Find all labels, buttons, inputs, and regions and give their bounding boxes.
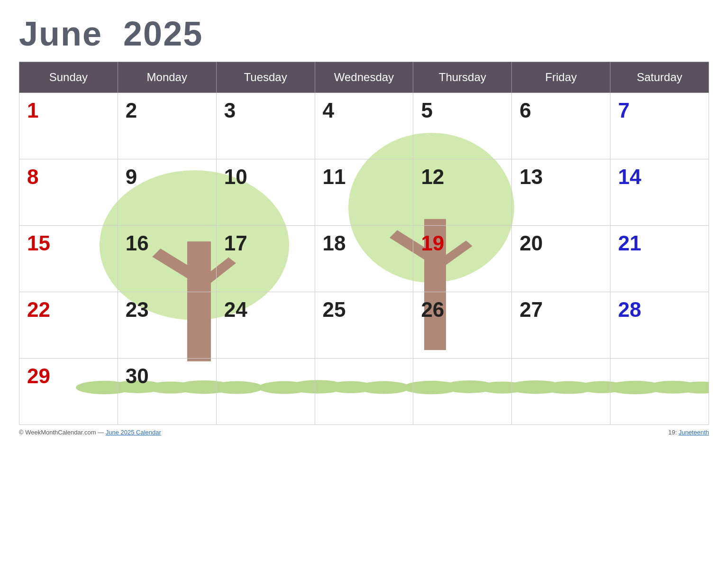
footer-left-link[interactable]: June 2025 Calendar [106, 429, 161, 436]
day-number: 13 [519, 165, 543, 188]
calendar-cell [413, 359, 512, 425]
calendar-cell: 3 [216, 93, 315, 159]
calendar-cell: 24 [216, 292, 315, 359]
day-number: 8 [27, 165, 38, 188]
calendar-cell [512, 359, 610, 425]
footer-left: © WeekMonthCalendar.com — June 2025 Cale… [19, 429, 161, 436]
calendar-cell: 4 [315, 93, 413, 159]
day-number: 23 [126, 298, 149, 321]
day-number: 26 [421, 298, 444, 321]
header-saturday: Saturday [610, 62, 709, 93]
footer: © WeekMonthCalendar.com — June 2025 Cale… [19, 429, 709, 436]
calendar-cell: 8 [19, 159, 118, 226]
calendar-wrapper: Sunday Monday Tuesday Wednesday Thursday… [19, 62, 709, 425]
calendar-week-5: 2930 [19, 359, 709, 425]
calendar-week-1: 1234567 [19, 93, 709, 159]
day-number: 16 [126, 231, 149, 255]
calendar-cell: 1 [19, 93, 118, 159]
header-friday: Friday [512, 62, 610, 93]
calendar-cell: 7 [610, 93, 709, 159]
day-number: 9 [126, 165, 137, 188]
day-number: 29 [27, 364, 50, 388]
day-number: 25 [323, 298, 346, 321]
calendar-cell [216, 359, 315, 425]
day-number: 27 [519, 298, 543, 321]
day-number: 15 [27, 231, 50, 255]
calendar-cell: 22 [19, 292, 118, 359]
year-label: 2025 [123, 15, 203, 53]
day-number: 18 [323, 231, 346, 255]
day-number: 28 [618, 298, 641, 321]
calendar-cell: 29 [19, 359, 118, 425]
footer-right-text: 19: [668, 429, 679, 436]
header-thursday: Thursday [413, 62, 512, 93]
day-number: 30 [126, 364, 149, 388]
day-number: 7 [618, 99, 629, 122]
day-number: 19 [421, 231, 444, 255]
calendar-cell: 10 [216, 159, 315, 226]
day-number: 21 [618, 231, 641, 255]
header-tuesday: Tuesday [216, 62, 315, 93]
day-number: 14 [618, 165, 641, 188]
header-wednesday: Wednesday [315, 62, 413, 93]
calendar-cell: 28 [610, 292, 709, 359]
calendar-cell: 21 [610, 226, 709, 292]
day-number: 20 [519, 231, 543, 255]
calendar-cell: 19 [413, 226, 512, 292]
calendar-cell: 9 [118, 159, 216, 226]
header-sunday: Sunday [19, 62, 118, 93]
day-number: 12 [421, 165, 444, 188]
calendar-body: 1234567891011121314151617181920212223242… [19, 93, 709, 425]
calendar-cell: 6 [512, 93, 610, 159]
calendar-cell: 5 [413, 93, 512, 159]
month-label: June [19, 15, 102, 53]
day-number: 10 [224, 165, 247, 188]
calendar-header: Sunday Monday Tuesday Wednesday Thursday… [19, 62, 709, 93]
calendar-cell: 14 [610, 159, 709, 226]
day-number: 24 [224, 298, 247, 321]
calendar-cell: 20 [512, 226, 610, 292]
calendar-cell: 25 [315, 292, 413, 359]
header-monday: Monday [118, 62, 216, 93]
calendar-cell: 18 [315, 226, 413, 292]
day-number: 1 [27, 99, 38, 122]
calendar-cell: 15 [19, 226, 118, 292]
calendar-cell: 11 [315, 159, 413, 226]
footer-right: 19: Juneteenth [668, 429, 709, 436]
calendar-week-4: 22232425262728 [19, 292, 709, 359]
calendar-cell: 17 [216, 226, 315, 292]
calendar-cell: 27 [512, 292, 610, 359]
calendar-cell: 13 [512, 159, 610, 226]
day-number: 2 [126, 99, 137, 122]
calendar-cell: 16 [118, 226, 216, 292]
footer-right-link[interactable]: Juneteenth [679, 429, 709, 436]
calendar-cell [315, 359, 413, 425]
day-number: 17 [224, 231, 247, 255]
calendar-cell: 12 [413, 159, 512, 226]
calendar-table: Sunday Monday Tuesday Wednesday Thursday… [19, 62, 709, 425]
day-number: 11 [323, 165, 346, 188]
calendar-cell [610, 359, 709, 425]
day-number: 4 [323, 99, 334, 122]
day-number: 3 [224, 99, 236, 122]
footer-left-text: © WeekMonthCalendar.com — [19, 429, 106, 436]
calendar-cell: 26 [413, 292, 512, 359]
day-number: 6 [519, 99, 531, 122]
day-number: 22 [27, 298, 50, 321]
calendar-cell: 30 [118, 359, 216, 425]
day-number: 5 [421, 99, 432, 122]
weekday-header-row: Sunday Monday Tuesday Wednesday Thursday… [19, 62, 709, 93]
calendar-cell: 23 [118, 292, 216, 359]
page-container: June 2025 [0, 0, 728, 563]
month-title: June 2025 [19, 14, 709, 53]
calendar-week-3: 15161718192021 [19, 226, 709, 292]
calendar-week-2: 891011121314 [19, 159, 709, 226]
calendar-cell: 2 [118, 93, 216, 159]
